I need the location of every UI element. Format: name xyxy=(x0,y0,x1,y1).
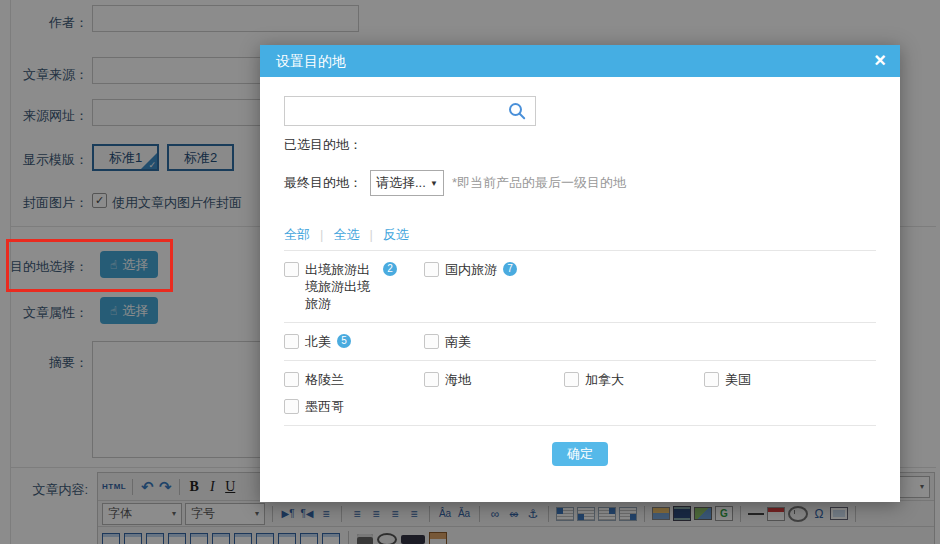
destination-label: 国内旅游 xyxy=(445,261,497,278)
destination-item[interactable]: 北美5 xyxy=(284,333,424,350)
destination-checkbox[interactable] xyxy=(284,399,299,414)
destination-item[interactable]: 海地 xyxy=(424,371,564,388)
destination-item[interactable]: 美国 xyxy=(704,371,844,388)
link-separator: | xyxy=(320,227,323,242)
destination-label: 加拿大 xyxy=(585,371,624,388)
destination-item[interactable]: 加拿大 xyxy=(564,371,704,388)
destination-checkbox[interactable] xyxy=(284,334,299,349)
dialog-title: 设置目的地 xyxy=(276,53,346,69)
link-separator: | xyxy=(369,227,372,242)
destination-checkbox[interactable] xyxy=(424,334,439,349)
destination-group: 出境旅游出境旅游出境旅游2国内旅游7 xyxy=(284,250,876,322)
destination-count-badge: 2 xyxy=(383,262,397,276)
destination-label: 海地 xyxy=(445,371,471,388)
destination-count-badge: 5 xyxy=(337,334,351,348)
dialog-header: 设置目的地 × xyxy=(260,45,900,77)
selected-destinations-label: 已选目的地： xyxy=(284,136,876,154)
destination-group: 北美5南美 xyxy=(284,322,876,360)
destination-checkbox[interactable] xyxy=(564,372,579,387)
close-icon[interactable]: × xyxy=(874,45,886,75)
destination-highlight-box xyxy=(6,239,173,292)
chevron-down-icon: ▼ xyxy=(430,179,438,188)
page: 作者： 文章来源： 来源网址： 显示模版： 标准1 ✓ 标准2 封面图片： ✓ … xyxy=(0,0,940,544)
destination-groups: 出境旅游出境旅游出境旅游2国内旅游7北美5南美格陵兰海地加拿大美国墨西哥 xyxy=(284,250,876,426)
dialog-body: 已选目的地： 最终目的地： 请选择... ▼ *即当前产品的最后一级目的地 全部… xyxy=(260,77,900,466)
set-destination-dialog: 设置目的地 × 已选目的地： 最终目的地： 请选择... ▼ xyxy=(260,45,900,502)
destination-checkbox[interactable] xyxy=(284,262,299,277)
selection-links: 全部|全选|反选 xyxy=(284,226,876,244)
search-icon[interactable] xyxy=(507,101,527,124)
link-select-all[interactable]: 全选 xyxy=(333,227,359,242)
destination-label: 美国 xyxy=(725,371,751,388)
destination-label: 格陵兰 xyxy=(305,371,344,388)
destination-checkbox[interactable] xyxy=(704,372,719,387)
destination-count-badge: 7 xyxy=(503,262,517,276)
destination-item[interactable]: 格陵兰 xyxy=(284,371,424,388)
destination-label: 墨西哥 xyxy=(305,398,344,415)
destination-search-input[interactable] xyxy=(284,96,536,126)
destination-checkbox[interactable] xyxy=(284,372,299,387)
destination-item[interactable]: 出境旅游出境旅游出境旅游2 xyxy=(284,261,424,312)
link-invert[interactable]: 反选 xyxy=(383,227,409,242)
confirm-button[interactable]: 确定 xyxy=(552,442,608,466)
destination-item[interactable]: 墨西哥 xyxy=(284,398,424,415)
final-destination-value: 请选择... xyxy=(376,174,426,192)
final-destination-note: *即当前产品的最后一级目的地 xyxy=(452,174,626,192)
destination-checkbox[interactable] xyxy=(424,262,439,277)
destination-checkbox[interactable] xyxy=(424,372,439,387)
destination-item[interactable]: 南美 xyxy=(424,333,564,350)
destination-label: 北美 xyxy=(305,333,331,350)
final-destination-label: 最终目的地： xyxy=(284,174,362,192)
destination-label: 出境旅游出境旅游出境旅游 xyxy=(305,261,377,312)
destination-group: 格陵兰海地加拿大美国墨西哥 xyxy=(284,360,876,425)
destination-item[interactable]: 国内旅游7 xyxy=(424,261,564,312)
link-all[interactable]: 全部 xyxy=(284,227,310,242)
final-destination-select[interactable]: 请选择... ▼ xyxy=(370,170,444,196)
destination-label: 南美 xyxy=(445,333,471,350)
